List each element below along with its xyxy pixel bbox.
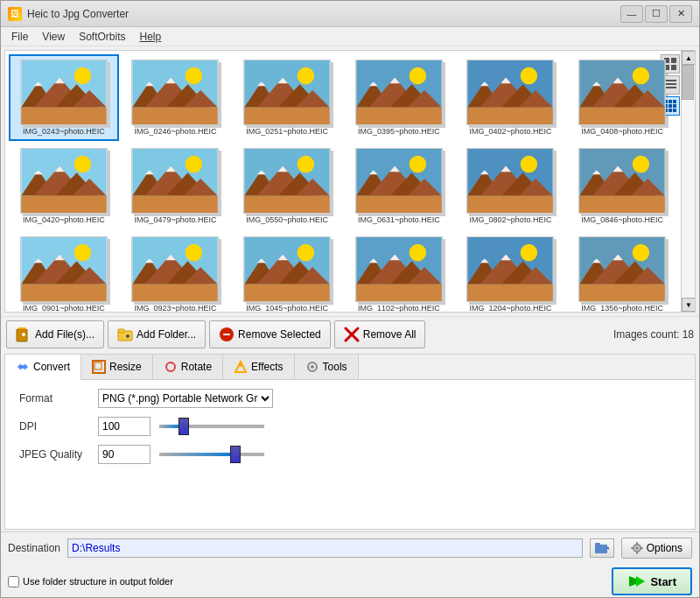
image-item[interactable]: IMG_0243~photo.HEIC xyxy=(9,54,119,141)
scrollbar-track[interactable] xyxy=(682,65,695,298)
image-item[interactable]: IMG_0901~photo.HEIC xyxy=(9,231,119,312)
scrollbar-down[interactable]: ▼ xyxy=(682,298,696,312)
thumbnail-image xyxy=(244,149,330,213)
tab-convert[interactable]: Convert xyxy=(5,355,81,380)
jpeg-quality-input[interactable] xyxy=(98,445,150,464)
image-item[interactable]: IMG_0420~photo.HEIC xyxy=(9,143,119,229)
image-item[interactable]: IMG_0802~photo.HEIC xyxy=(456,143,566,229)
format-select[interactable]: PNG (*.png) Portable Network Graphics xyxy=(98,389,273,408)
dpi-input[interactable] xyxy=(98,417,150,436)
thumbnail-image xyxy=(356,237,442,301)
start-label: Start xyxy=(650,575,676,588)
image-item[interactable]: IMG_1102~photo.HEIC xyxy=(344,231,454,312)
svg-rect-6 xyxy=(21,108,106,124)
svg-point-109 xyxy=(74,244,91,261)
svg-point-200 xyxy=(635,546,639,550)
image-item[interactable]: IMG_0408~photo.HEIC xyxy=(567,54,677,141)
add-folder-button[interactable]: Add Folder... xyxy=(108,320,206,348)
remove-all-button[interactable]: Remove All xyxy=(334,320,426,348)
svg-rect-171 xyxy=(673,100,676,103)
image-item[interactable]: IMG_0251~photo.HEIC xyxy=(232,54,342,141)
window-controls: — ☐ ✕ xyxy=(620,5,692,23)
main-content: IMG_0243~photo.HEIC xyxy=(1,46,699,598)
jpeg-quality-row: JPEG Quality xyxy=(19,445,681,464)
svg-rect-132 xyxy=(244,285,329,301)
svg-rect-163 xyxy=(671,58,676,63)
tab-effects[interactable]: Effects xyxy=(223,355,294,379)
svg-point-100 xyxy=(633,156,649,172)
svg-rect-191 xyxy=(94,362,102,369)
browse-folder-icon xyxy=(595,542,609,554)
svg-point-154 xyxy=(633,244,649,261)
image-item[interactable]: IMG_1204~photo.HEIC xyxy=(456,231,566,312)
destination-browse-button[interactable] xyxy=(590,538,614,558)
tab-convert-label: Convert xyxy=(33,361,70,373)
svg-point-195 xyxy=(311,365,314,369)
svg-point-28 xyxy=(409,67,425,84)
add-files-button[interactable]: Add File(s)... xyxy=(6,320,104,348)
close-button[interactable]: ✕ xyxy=(669,5,692,23)
svg-point-73 xyxy=(298,156,314,172)
svg-rect-187 xyxy=(223,334,230,335)
tab-header: Convert Resize Rotate xyxy=(5,355,695,380)
maximize-button[interactable]: ☐ xyxy=(645,5,668,23)
image-item[interactable]: IMG_0246~photo.HEIC xyxy=(121,54,231,141)
thumbnail-image xyxy=(132,149,218,213)
svg-point-82 xyxy=(409,156,425,172)
folder-structure-checkbox[interactable] xyxy=(8,576,19,587)
image-item[interactable]: IMG_0631~photo.HEIC xyxy=(344,143,454,229)
remove-all-icon xyxy=(344,327,360,342)
image-label: IMG_0246~photo.HEIC xyxy=(135,127,217,136)
image-label: IMG_1204~photo.HEIC xyxy=(470,304,552,312)
image-item[interactable]: IMG_0395~photo.HEIC xyxy=(344,54,454,141)
svg-point-19 xyxy=(298,67,314,84)
menu-view[interactable]: View xyxy=(35,29,72,45)
svg-rect-114 xyxy=(21,285,106,301)
svg-rect-96 xyxy=(468,196,553,213)
destination-input[interactable] xyxy=(67,538,583,558)
image-item[interactable]: IMG_0846~photo.HEIC xyxy=(567,143,677,229)
quality-slider-container xyxy=(159,453,264,456)
minimize-button[interactable]: — xyxy=(620,5,643,23)
options-button[interactable]: Options xyxy=(621,538,692,559)
svg-rect-141 xyxy=(356,285,441,301)
folder-structure-label: Use folder structure in output folder xyxy=(23,576,173,587)
destination-bar: Destination Options xyxy=(1,531,699,564)
svg-point-145 xyxy=(521,244,537,261)
image-label: IMG_0802~photo.HEIC xyxy=(470,215,552,224)
tab-resize[interactable]: Resize xyxy=(81,355,153,379)
svg-point-55 xyxy=(74,156,91,172)
image-item[interactable]: IMG_1356~photo.HEIC xyxy=(567,231,677,312)
image-item[interactable]: IMG_0550~photo.HEIC xyxy=(232,143,342,229)
thumbnail-image xyxy=(244,60,330,124)
image-label: IMG_0395~photo.HEIC xyxy=(358,127,440,136)
scrollbar-thumb[interactable] xyxy=(682,65,694,100)
svg-point-136 xyxy=(409,244,425,261)
quality-slider[interactable] xyxy=(159,453,264,456)
image-item[interactable]: IMG_0479~photo.HEIC xyxy=(121,143,231,229)
svg-rect-183 xyxy=(118,329,124,333)
start-button[interactable]: Start xyxy=(612,567,692,595)
svg-rect-174 xyxy=(673,104,676,108)
image-item[interactable]: IMG_0923~photo.HEIC xyxy=(121,231,231,312)
svg-rect-51 xyxy=(579,108,664,124)
folder-structure-checkbox-row[interactable]: Use folder structure in output folder xyxy=(8,576,173,587)
menu-softorbits[interactable]: SoftOrbits xyxy=(72,29,132,45)
format-row: Format PNG (*.png) Portable Network Grap… xyxy=(19,389,681,408)
svg-rect-123 xyxy=(133,285,218,301)
scrollbar-up[interactable]: ▲ xyxy=(682,51,696,65)
menu-help[interactable]: Help xyxy=(133,29,169,45)
dpi-slider[interactable] xyxy=(159,425,264,428)
bottom-bar: Use folder structure in output folder St… xyxy=(1,564,699,598)
menu-file[interactable]: File xyxy=(4,29,35,45)
image-item[interactable]: IMG_1045~photo.HEIC xyxy=(232,231,342,312)
images-count: Images count: 18 xyxy=(613,328,694,341)
remove-selected-button[interactable]: Remove Selected xyxy=(209,320,331,348)
tab-rotate[interactable]: Rotate xyxy=(153,355,223,379)
thumbnail-image xyxy=(21,237,107,301)
svg-rect-15 xyxy=(133,108,218,124)
image-item[interactable]: IMG_0402~photo.HEIC xyxy=(456,54,566,141)
svg-rect-179 xyxy=(18,327,25,329)
grid-scrollbar[interactable]: ▲ ▼ xyxy=(681,51,695,312)
tab-tools[interactable]: Tools xyxy=(295,355,359,379)
